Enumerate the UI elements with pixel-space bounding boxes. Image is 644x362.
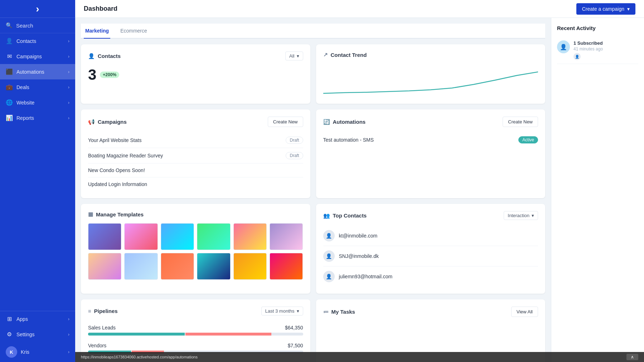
top-contacts-title: Top Contacts [333,212,367,219]
user-profile[interactable]: K Kris › [0,342,75,362]
sidebar-item-deals[interactable]: 💼 Deals › [0,79,75,95]
status-bar-scroll-up-button[interactable]: ∧ [626,354,638,360]
right-panel: Recent Activity 👤 1 Subscribed 41 minute… [551,18,644,362]
template-thumb[interactable] [233,253,267,280]
contacts-count-area: 3 +200% [88,66,303,83]
pipeline-bar-green [88,333,185,336]
contact-avatar: 👤 [323,230,335,241]
pipeline-bar [88,333,303,336]
pipelines-icon: ≡ [88,308,91,314]
pipeline-bar-red [185,333,271,336]
automations-card-icon: 🔄 [323,119,330,125]
sidebar-item-reports[interactable]: 📊 Reports › [0,110,75,126]
pipelines-filter-dropdown[interactable]: Last 3 months ▾ [261,307,303,315]
user-name: Kris [21,349,29,355]
chevron-down-icon: ▾ [297,53,299,59]
activity-sub-icon: 👤 [573,53,581,60]
contact-item[interactable]: 👤 kt@inmobile.com [323,226,538,246]
contacts-card: 👤 Contacts All ▾ 3 +200% [81,44,310,104]
sidebar-item-label: Reports [16,115,34,121]
logo-area: › [0,0,75,18]
template-thumb[interactable] [161,253,194,280]
contacts-icon: 👤 [6,38,13,44]
pipelines-title: Pipelines [94,308,118,314]
chevron-right-icon: › [68,332,69,337]
campaigns-card-icon: 📢 [88,119,95,125]
sidebar-item-contacts[interactable]: 👤 Contacts › [0,33,75,49]
sidebar-item-label: Apps [16,316,28,322]
templates-icon: ▦ [88,211,93,217]
tabs-bar: Marketing Ecommerce [81,24,545,39]
campaign-item[interactable]: Your April Website Stats Draft [88,133,303,148]
activity-item: 👤 1 Subscribed 41 minutes ago 👤 [557,37,638,64]
website-icon: 🌐 [6,99,13,106]
top-contacts-list: 👤 kt@inmobile.com 👤 SNJ@inmobile.dk 👤 ju… [323,226,538,287]
chevron-down-icon: ▾ [532,213,534,218]
pipeline-value: $64,350 [285,325,303,331]
tab-marketing[interactable]: Marketing [84,24,110,39]
search-item[interactable]: 🔍 Search [0,18,75,33]
sidebar-item-apps[interactable]: ⊞ Apps › [0,311,75,327]
pipeline-name-label: Vendors [88,343,106,348]
campaigns-card-title: Campaigns [98,119,127,125]
automation-item[interactable]: Test automation - SMS Active [323,133,538,147]
template-thumb[interactable] [233,223,267,250]
automation-status-badge: Active [518,136,538,143]
search-label: Search [16,23,33,29]
template-thumb[interactable] [124,253,158,280]
manage-templates-title: Manage Templates [96,211,144,217]
sidebar-item-label: Settings [16,332,35,337]
template-thumb[interactable] [88,253,121,280]
activity-text: 1 Subscribed [573,40,603,46]
template-thumb[interactable] [270,223,303,250]
create-campaign-button[interactable]: Create a campaign ▾ [576,3,635,15]
top-contacts-filter-dropdown[interactable]: Interaction ▾ [504,211,538,220]
template-thumb[interactable] [161,223,194,250]
status-bar: https://inmobileaps1673834060.activehost… [75,352,644,362]
automations-create-new-button[interactable]: Create New [503,117,538,127]
campaigns-card: 📢 Campaigns Create New Your April Websit… [81,109,310,198]
search-icon: 🔍 [6,22,13,29]
contacts-filter-dropdown[interactable]: All ▾ [285,52,303,60]
status-badge: Draft [286,152,303,159]
campaign-name: New Condo Opens Soon! [88,167,145,173]
template-thumb[interactable] [124,223,158,250]
recent-activity-title: Recent Activity [557,25,638,31]
activity-avatar: 👤 [557,40,570,53]
sidebar-item-label: Deals [16,84,29,90]
trend-icon: ↗ [323,52,328,58]
tab-ecommerce[interactable]: Ecommerce [119,24,149,39]
template-thumb[interactable] [270,253,303,280]
template-thumb[interactable] [88,223,121,250]
campaign-name: Updated Login Information [88,181,147,187]
sidebar-item-automations[interactable]: ⬛ Automations › [0,64,75,79]
contact-item[interactable]: 👤 juliemn93@hotmail.com [323,266,538,287]
status-badge: Draft [286,137,303,144]
campaigns-icon: ✉ [6,53,13,60]
pipeline-value: $7,500 [288,343,303,348]
sidebar-item-website[interactable]: 🌐 Website › [0,95,75,110]
contact-item[interactable]: 👤 SNJ@inmobile.dk [323,246,538,266]
view-all-button[interactable]: View All [511,307,538,317]
settings-icon: ⚙ [6,331,13,338]
my-tasks-title: My Tasks [331,309,355,315]
chevron-right-icon: › [68,54,69,59]
pipeline-name-label: Sales Leads [88,325,116,331]
template-thumb[interactable] [197,223,230,250]
template-thumb[interactable] [197,253,230,280]
campaign-name: Boating Magazine Reader Survey [88,153,163,158]
activity-time: 41 minutes ago [573,47,603,52]
contact-avatar: 👤 [323,271,335,282]
campaign-item[interactable]: New Condo Opens Soon! [88,163,303,177]
campaign-item[interactable]: Updated Login Information [88,177,303,191]
campaign-item[interactable]: Boating Magazine Reader Survey Draft [88,148,303,163]
reports-icon: 📊 [6,114,13,121]
campaign-list: Your April Website Stats Draft Boating M… [88,133,303,191]
sidebar-item-label: Contacts [16,38,36,44]
contact-trend-title: Contact Trend [331,52,367,58]
chevron-right-icon: › [68,85,69,90]
sidebar-item-settings[interactable]: ⚙ Settings › [0,327,75,342]
sidebar-item-campaigns[interactable]: ✉ Campaigns › [0,49,75,64]
campaigns-create-new-button[interactable]: Create New [268,117,303,127]
contact-email: juliemn93@hotmail.com [339,274,393,279]
